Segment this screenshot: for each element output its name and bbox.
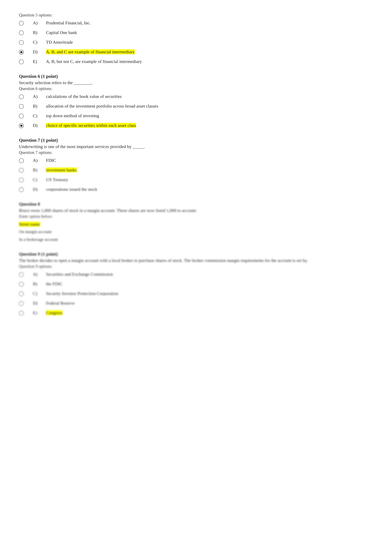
question5-section: Question 5 options: A) Prudential Financ… — [19, 13, 373, 64]
q5-letter-b: B) — [33, 30, 42, 35]
q9-radio-circle-b[interactable] — [19, 282, 24, 287]
q9-radio-c[interactable] — [19, 291, 29, 296]
q5-option-e[interactable]: E) A, B, but not C, are example of finan… — [19, 59, 373, 64]
q5-options-label: Question 5 options: — [19, 13, 373, 18]
q9-letter-d: D) — [33, 301, 42, 306]
question6-section: Question 6 (1 point) Security selection … — [19, 74, 373, 128]
q7-b-highlight: investment banks — [46, 168, 77, 172]
q5-option-d[interactable]: D) A, B, and C are example of financial … — [19, 49, 373, 55]
q8-header: Question 8 — [19, 202, 373, 207]
q6-text-b: allocation of the investment portfolio a… — [46, 104, 373, 109]
q7-radio-b[interactable] — [19, 168, 29, 173]
q5-radio-b[interactable] — [19, 30, 29, 35]
question7-section: Question 7 (1 point) Underwriting is one… — [19, 138, 373, 192]
q7-radio-circle-c[interactable] — [19, 178, 24, 182]
q6-letter-b: B) — [33, 104, 42, 109]
q6-letter-d: D) — [33, 123, 42, 128]
q9-text-c: Security Investor Protection Corporation — [46, 291, 373, 296]
q5-radio-circle-e[interactable] — [19, 59, 24, 64]
q5-letter-a: A) — [33, 20, 42, 25]
q9-option-a[interactable]: A) Securities and Exchange Commission — [19, 272, 373, 277]
q5-radio-circle-d[interactable] — [19, 50, 24, 55]
q9-radio-e[interactable] — [19, 310, 29, 315]
q6-radio-b[interactable] — [19, 104, 29, 109]
q8-answer-highlight: Street name — [19, 222, 40, 227]
q9-option-c[interactable]: C) Security Investor Protection Corporat… — [19, 291, 373, 296]
q9-letter-c: C) — [33, 291, 42, 296]
q6-d-highlight-span: choice of specific securities within eac… — [46, 123, 136, 128]
q5-radio-circle-a[interactable] — [19, 21, 24, 26]
q6-radio-circle-b[interactable] — [19, 104, 24, 109]
q9-radio-circle-d[interactable] — [19, 301, 24, 306]
q5-letter-e: E) — [33, 59, 42, 64]
q8-options-label: On margin account — [19, 229, 373, 234]
q5-text-b: Capital One bank — [46, 30, 373, 35]
q6-option-a[interactable]: A) calculations of the book value of sec… — [19, 94, 373, 99]
q7-text-b: investment banks — [46, 168, 373, 173]
q7-text: Underwriting is one of the most importan… — [19, 144, 373, 149]
q7-text-d: corporations issued the stock — [46, 187, 373, 192]
q7-radio-a[interactable] — [19, 158, 29, 163]
q5-radio-c[interactable] — [19, 40, 29, 45]
q7-radio-circle-b[interactable] — [19, 168, 24, 173]
q7-option-c[interactable]: C) US Treasury — [19, 177, 373, 182]
q9-e-highlight: Congress — [46, 310, 63, 315]
q9-text: The broker decides to open a margin acco… — [19, 258, 373, 263]
q9-letter-b: B) — [33, 281, 42, 286]
q9-radio-d[interactable] — [19, 301, 29, 306]
q6-text: Security selection refers to the _______… — [19, 80, 373, 85]
q7-option-b[interactable]: B) investment banks — [19, 168, 373, 173]
q9-text-a: Securities and Exchange Commission — [46, 272, 373, 277]
q9-radio-circle-e[interactable] — [19, 311, 24, 315]
q9-option-e[interactable]: E) Congress — [19, 310, 373, 315]
q9-radio-a[interactable] — [19, 272, 29, 277]
q8-sub-label: Enter option below: — [19, 214, 373, 219]
q9-radio-circle-a[interactable] — [19, 272, 24, 277]
q5-option-c[interactable]: C) TD Ameritrade — [19, 40, 373, 45]
q7-letter-d: D) — [33, 187, 42, 192]
q7-text-a: FDIC — [46, 158, 373, 163]
q9-option-b[interactable]: B) the FDIC — [19, 281, 373, 287]
q7-option-a[interactable]: A) FDIC — [19, 158, 373, 163]
q8-text: Bruce owns 1,000 shares of stock in a ma… — [19, 208, 373, 213]
q6-radio-circle-d[interactable] — [19, 123, 24, 128]
q5-text-e: A, B, but not C, are example of financia… — [46, 59, 373, 64]
q9-text-d: Federal Reserve — [46, 301, 373, 306]
q5-radio-circle-b[interactable] — [19, 30, 24, 35]
q6-option-b[interactable]: B) allocation of the investment portfoli… — [19, 104, 373, 109]
q5-radio-a[interactable] — [19, 20, 29, 26]
q6-text-d: choice of specific securities within eac… — [46, 123, 373, 128]
q5-letter-c: C) — [33, 40, 42, 45]
q5-option-b[interactable]: B) Capital One bank — [19, 30, 373, 35]
q6-options-label: Question 6 options: — [19, 86, 373, 91]
q7-radio-circle-a[interactable] — [19, 158, 24, 163]
q7-text-c: US Treasury — [46, 177, 373, 182]
q6-text-c: top down method of investing — [46, 113, 373, 118]
q9-text-b: the FDIC — [46, 281, 373, 286]
q5-text-a: Prudential Financial, Inc. — [46, 20, 373, 25]
q6-text-a: calculations of the book value of securi… — [46, 94, 373, 99]
q7-radio-d[interactable] — [19, 187, 29, 192]
q8-options2-label: In a brokerage account — [19, 237, 373, 242]
question9-section: Question 9 (1 point) The broker decides … — [19, 251, 373, 315]
q6-radio-c[interactable] — [19, 113, 29, 118]
q6-option-c[interactable]: C) top down method of investing — [19, 113, 373, 118]
q6-option-d[interactable]: D) choice of specific securities within … — [19, 123, 373, 128]
q9-radio-circle-c[interactable] — [19, 292, 24, 296]
q5-radio-d[interactable] — [19, 49, 29, 55]
q6-header: Question 6 (1 point) — [19, 74, 373, 79]
q9-text-e: Congress — [46, 310, 373, 315]
q7-radio-c[interactable] — [19, 177, 29, 182]
q6-radio-circle-c[interactable] — [19, 114, 24, 118]
q5-option-a[interactable]: A) Prudential Financial, Inc. — [19, 20, 373, 26]
q5-radio-e[interactable] — [19, 59, 29, 64]
q6-radio-circle-a[interactable] — [19, 95, 24, 99]
q7-radio-circle-d[interactable] — [19, 187, 24, 192]
q9-option-d[interactable]: D) Federal Reserve — [19, 301, 373, 306]
q7-option-d[interactable]: D) corporations issued the stock — [19, 187, 373, 192]
q5-radio-circle-c[interactable] — [19, 40, 24, 45]
q6-radio-a[interactable] — [19, 94, 29, 99]
q7-letter-c: C) — [33, 177, 42, 182]
q9-radio-b[interactable] — [19, 281, 29, 287]
q6-radio-d[interactable] — [19, 123, 29, 128]
